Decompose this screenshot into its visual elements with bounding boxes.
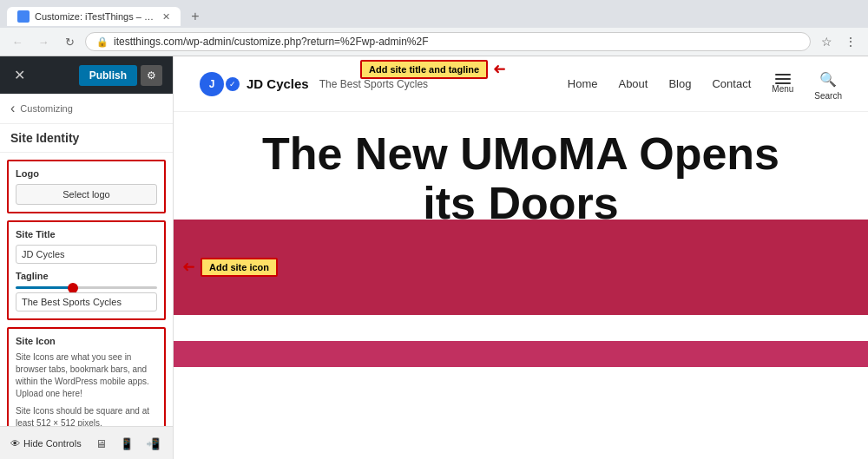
red-section-bottom: [174, 341, 868, 367]
address-text: itestthings.com/wp-admin/customize.php?r…: [114, 36, 429, 48]
panel-breadcrumb: ‹ Customizing: [0, 94, 173, 124]
menu-button[interactable]: [775, 74, 791, 84]
tab-bar: Customize: iTestThings – Just an... ✕ +: [0, 0, 868, 28]
browser-actions: ☆ ⋮: [816, 31, 861, 52]
panel-content: Logo Select logo Site Title Tagline Site…: [0, 153, 173, 426]
preview-area: J ✓ JD Cycles The Best Sports Cycles Hom…: [174, 56, 868, 459]
content-below-hero: ➜ Add site icon: [174, 246, 868, 367]
address-bar[interactable]: 🔒 itestthings.com/wp-admin/customize.php…: [85, 32, 811, 51]
main-layout: ✕ Publish ⚙ ‹ Customizing Site Identity …: [0, 56, 868, 459]
site-title-input[interactable]: [16, 245, 157, 264]
nav-bar: ← → ↻ 🔒 itestthings.com/wp-admin/customi…: [0, 28, 868, 56]
lock-icon: 🔒: [96, 36, 108, 48]
hero-section: The New UMoMA Opens its Doors Add site l…: [174, 112, 868, 237]
active-tab[interactable]: Customize: iTestThings – Just an... ✕: [7, 7, 181, 26]
panel-header: ✕ Publish ⚙: [0, 56, 173, 94]
annotation-icon-arrow: ➜: [182, 258, 195, 277]
back-arrow-icon[interactable]: ‹: [10, 101, 15, 116]
eye-icon: 👁: [10, 438, 20, 449]
mobile-icon[interactable]: 📲: [143, 434, 162, 453]
site-icon-desc1: Site Icons are what you see in browser t…: [16, 351, 157, 400]
site-nav: Home About Blog Contact Menu 🔍 Search: [568, 67, 842, 101]
red-section: ➜ Add site icon: [174, 220, 868, 315]
nav-search-group[interactable]: 🔍 Search: [814, 67, 842, 101]
forward-button[interactable]: →: [33, 31, 54, 52]
menu-line-1: [775, 74, 791, 75]
annotation-title-arrow: ➜: [493, 60, 506, 79]
settings-icon[interactable]: ⋮: [840, 31, 861, 52]
site-icon-label: Site Icon: [16, 336, 157, 346]
nav-menu-group[interactable]: Menu: [772, 74, 793, 94]
breadcrumb-text: Customizing: [20, 103, 73, 114]
nav-contact[interactable]: Contact: [712, 77, 751, 90]
header-actions: Publish ⚙: [79, 65, 162, 86]
site-title-section: Site Title Tagline: [7, 220, 166, 320]
customizer-panel: ✕ Publish ⚙ ‹ Customizing Site Identity …: [0, 56, 174, 459]
nav-blog[interactable]: Blog: [668, 77, 691, 90]
logo-section: Logo Select logo: [7, 160, 166, 213]
hide-controls-button[interactable]: 👁 Hide Controls: [10, 438, 82, 449]
desktop-icon[interactable]: 🖥: [91, 434, 110, 453]
menu-line-2: [775, 78, 791, 80]
hero-title: The New UMoMA Opens its Doors: [200, 129, 842, 228]
annotation-title-text: Add site title and tagline: [360, 60, 488, 79]
site-logo-check: ✓: [226, 77, 240, 91]
tab-title: Customize: iTestThings – Just an...: [35, 11, 157, 22]
footer-icons: 🖥 📱 📲: [91, 434, 162, 453]
slider-row: [16, 286, 157, 289]
publish-button[interactable]: Publish: [79, 65, 137, 86]
browser-chrome: Customize: iTestThings – Just an... ✕ + …: [0, 0, 868, 56]
site-icon-desc2: Site Icons should be square and at least…: [16, 405, 157, 426]
refresh-button[interactable]: ↻: [59, 31, 80, 52]
tagline-label: Tagline: [16, 271, 157, 281]
annotation-title: Add site title and tagline ➜: [360, 60, 506, 79]
nav-about[interactable]: About: [618, 77, 648, 90]
site-icon-section: Site Icon Site Icons are what you see in…: [7, 327, 166, 426]
logo-label: Logo: [16, 168, 157, 179]
annotation-icon-text: Add site icon: [201, 258, 278, 277]
panel-title: Site Identity: [0, 124, 173, 153]
search-button[interactable]: 🔍: [816, 67, 840, 91]
search-label: Search: [814, 91, 842, 101]
site-tagline: The Best Sports Cycles: [319, 78, 428, 90]
site-name: JD Cycles: [247, 76, 309, 91]
tablet-icon[interactable]: 📱: [117, 434, 136, 453]
tagline-input[interactable]: [16, 292, 157, 311]
panel-footer: 👁 Hide Controls 🖥 📱 📲: [0, 426, 173, 459]
annotation-icon: ➜ Add site icon: [182, 258, 278, 277]
site-logo-circle: J: [200, 72, 224, 96]
nav-home[interactable]: Home: [568, 77, 598, 90]
new-tab-button[interactable]: +: [184, 5, 207, 28]
select-logo-button[interactable]: Select logo: [16, 184, 157, 205]
site-topbar: J ✓ JD Cycles The Best Sports Cycles Hom…: [174, 56, 868, 112]
site-title-label: Site Title: [16, 229, 157, 239]
tagline-slider[interactable]: [16, 286, 157, 289]
back-button[interactable]: ←: [7, 31, 28, 52]
tab-close-icon[interactable]: ✕: [162, 11, 170, 23]
menu-label: Menu: [772, 84, 793, 94]
hero-line1: The New UMoMA Opens: [262, 128, 779, 179]
panel-close-button[interactable]: ✕: [10, 63, 29, 87]
gear-button[interactable]: ⚙: [141, 65, 162, 86]
hide-controls-label: Hide Controls: [23, 438, 82, 449]
tab-favicon: [17, 10, 30, 23]
bookmark-icon[interactable]: ☆: [816, 31, 837, 52]
